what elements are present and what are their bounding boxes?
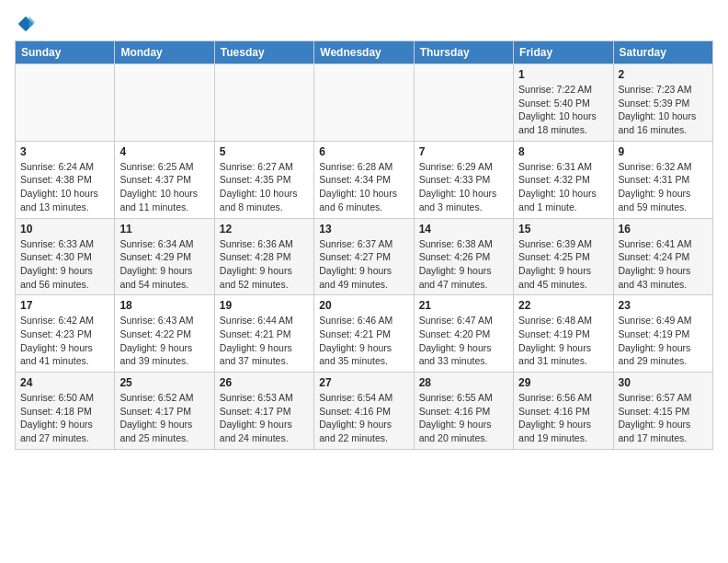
calendar-day-cell: 21Sunrise: 6:47 AM Sunset: 4:20 PM Dayli… (414, 295, 513, 373)
weekday-header-cell: Tuesday (214, 41, 313, 64)
weekday-header-cell: Thursday (414, 41, 513, 64)
day-info: Sunrise: 7:23 AM Sunset: 5:39 PM Dayligh… (619, 83, 708, 137)
day-info: Sunrise: 6:49 AM Sunset: 4:19 PM Dayligh… (619, 314, 708, 368)
day-number: 4 (119, 145, 209, 158)
calendar-day-cell: 2Sunrise: 7:23 AM Sunset: 5:39 PM Daylig… (613, 64, 712, 142)
day-info: Sunrise: 6:56 AM Sunset: 4:16 PM Dayligh… (518, 391, 608, 445)
calendar-day-cell: 18Sunrise: 6:43 AM Sunset: 4:22 PM Dayli… (115, 295, 214, 373)
day-number: 1 (518, 68, 608, 81)
calendar: SundayMondayTuesdayWednesdayThursdayFrid… (15, 40, 713, 450)
svg-marker-1 (28, 17, 35, 29)
calendar-day-cell: 13Sunrise: 6:37 AM Sunset: 4:27 PM Dayli… (314, 218, 414, 295)
day-number: 22 (518, 299, 608, 312)
day-number: 23 (619, 299, 708, 312)
day-info: Sunrise: 6:44 AM Sunset: 4:21 PM Dayligh… (220, 314, 309, 368)
day-info: Sunrise: 6:31 AM Sunset: 4:32 PM Dayligh… (518, 160, 608, 214)
calendar-body: 1Sunrise: 7:22 AM Sunset: 5:40 PM Daylig… (16, 64, 713, 450)
day-number: 17 (20, 299, 109, 312)
weekday-header-cell: Monday (115, 41, 214, 64)
day-info: Sunrise: 6:50 AM Sunset: 4:18 PM Dayligh… (20, 391, 109, 445)
logo-icon (17, 15, 35, 33)
calendar-week-row: 17Sunrise: 6:42 AM Sunset: 4:23 PM Dayli… (16, 295, 713, 373)
day-number: 9 (619, 145, 708, 158)
calendar-day-cell: 19Sunrise: 6:44 AM Sunset: 4:21 PM Dayli… (214, 295, 313, 373)
day-number: 6 (319, 145, 408, 158)
day-info: Sunrise: 6:36 AM Sunset: 4:28 PM Dayligh… (220, 237, 309, 292)
calendar-day-cell: 8Sunrise: 6:31 AM Sunset: 4:32 PM Daylig… (514, 141, 613, 218)
day-number: 28 (419, 376, 508, 389)
day-info: Sunrise: 6:39 AM Sunset: 4:25 PM Dayligh… (518, 237, 608, 292)
weekday-header-cell: Sunday (16, 41, 115, 64)
day-info: Sunrise: 6:34 AM Sunset: 4:29 PM Dayligh… (119, 237, 209, 292)
day-number: 21 (419, 299, 508, 312)
calendar-day-cell: 4Sunrise: 6:25 AM Sunset: 4:37 PM Daylig… (115, 141, 214, 218)
calendar-day-cell: 20Sunrise: 6:46 AM Sunset: 4:21 PM Dayli… (314, 295, 414, 373)
header (15, 15, 713, 33)
day-info: Sunrise: 6:54 AM Sunset: 4:16 PM Dayligh… (319, 391, 408, 445)
day-info: Sunrise: 6:25 AM Sunset: 4:37 PM Dayligh… (119, 160, 209, 214)
day-info: Sunrise: 6:43 AM Sunset: 4:22 PM Dayligh… (119, 314, 209, 368)
day-number: 3 (20, 145, 109, 158)
calendar-day-cell (214, 64, 313, 142)
day-info: Sunrise: 6:52 AM Sunset: 4:17 PM Dayligh… (119, 391, 209, 445)
day-number: 8 (518, 145, 608, 158)
day-info: Sunrise: 6:27 AM Sunset: 4:35 PM Dayligh… (220, 160, 309, 214)
day-number: 18 (119, 299, 209, 312)
weekday-header-cell: Saturday (613, 41, 712, 64)
calendar-day-cell: 9Sunrise: 6:32 AM Sunset: 4:31 PM Daylig… (613, 141, 712, 218)
day-info: Sunrise: 7:22 AM Sunset: 5:40 PM Dayligh… (518, 83, 608, 137)
day-number: 15 (518, 223, 608, 236)
calendar-day-cell: 27Sunrise: 6:54 AM Sunset: 4:16 PM Dayli… (314, 373, 414, 450)
calendar-day-cell: 14Sunrise: 6:38 AM Sunset: 4:26 PM Dayli… (414, 218, 513, 295)
calendar-day-cell: 29Sunrise: 6:56 AM Sunset: 4:16 PM Dayli… (514, 373, 613, 450)
day-number: 29 (518, 376, 608, 389)
day-info: Sunrise: 6:29 AM Sunset: 4:33 PM Dayligh… (419, 160, 508, 214)
calendar-week-row: 24Sunrise: 6:50 AM Sunset: 4:18 PM Dayli… (16, 373, 713, 450)
calendar-day-cell: 16Sunrise: 6:41 AM Sunset: 4:24 PM Dayli… (613, 218, 712, 295)
calendar-day-cell: 28Sunrise: 6:55 AM Sunset: 4:16 PM Dayli… (414, 373, 513, 450)
day-number: 10 (20, 223, 109, 236)
calendar-day-cell: 6Sunrise: 6:28 AM Sunset: 4:34 PM Daylig… (314, 141, 414, 218)
day-info: Sunrise: 6:46 AM Sunset: 4:21 PM Dayligh… (319, 314, 408, 368)
day-number: 12 (220, 223, 309, 236)
calendar-week-row: 3Sunrise: 6:24 AM Sunset: 4:38 PM Daylig… (16, 141, 713, 218)
day-number: 27 (319, 376, 408, 389)
day-info: Sunrise: 6:42 AM Sunset: 4:23 PM Dayligh… (20, 314, 109, 368)
day-number: 25 (119, 376, 209, 389)
day-info: Sunrise: 6:57 AM Sunset: 4:15 PM Dayligh… (619, 391, 708, 445)
day-info: Sunrise: 6:41 AM Sunset: 4:24 PM Dayligh… (619, 237, 708, 292)
calendar-day-cell: 7Sunrise: 6:29 AM Sunset: 4:33 PM Daylig… (414, 141, 513, 218)
calendar-day-cell: 15Sunrise: 6:39 AM Sunset: 4:25 PM Dayli… (514, 218, 613, 295)
day-number: 7 (419, 145, 508, 158)
calendar-day-cell: 1Sunrise: 7:22 AM Sunset: 5:40 PM Daylig… (514, 64, 613, 142)
day-info: Sunrise: 6:48 AM Sunset: 4:19 PM Dayligh… (518, 314, 608, 368)
day-info: Sunrise: 6:28 AM Sunset: 4:34 PM Dayligh… (319, 160, 408, 214)
calendar-day-cell: 24Sunrise: 6:50 AM Sunset: 4:18 PM Dayli… (16, 373, 115, 450)
calendar-day-cell (314, 64, 414, 142)
calendar-day-cell: 22Sunrise: 6:48 AM Sunset: 4:19 PM Dayli… (514, 295, 613, 373)
day-number: 2 (619, 68, 708, 81)
day-number: 26 (220, 376, 309, 389)
calendar-day-cell (414, 64, 513, 142)
day-number: 30 (619, 376, 708, 389)
calendar-week-row: 1Sunrise: 7:22 AM Sunset: 5:40 PM Daylig… (16, 64, 713, 142)
day-number: 5 (220, 145, 309, 158)
calendar-week-row: 10Sunrise: 6:33 AM Sunset: 4:30 PM Dayli… (16, 218, 713, 295)
calendar-day-cell: 23Sunrise: 6:49 AM Sunset: 4:19 PM Dayli… (613, 295, 712, 373)
day-number: 20 (319, 299, 408, 312)
day-info: Sunrise: 6:32 AM Sunset: 4:31 PM Dayligh… (619, 160, 708, 214)
day-number: 14 (419, 223, 508, 236)
calendar-day-cell: 25Sunrise: 6:52 AM Sunset: 4:17 PM Dayli… (115, 373, 214, 450)
day-number: 13 (319, 223, 408, 236)
day-number: 11 (119, 223, 209, 236)
day-info: Sunrise: 6:47 AM Sunset: 4:20 PM Dayligh… (419, 314, 508, 368)
calendar-day-cell (16, 64, 115, 142)
day-info: Sunrise: 6:24 AM Sunset: 4:38 PM Dayligh… (20, 160, 109, 214)
calendar-day-cell: 3Sunrise: 6:24 AM Sunset: 4:38 PM Daylig… (16, 141, 115, 218)
calendar-day-cell: 12Sunrise: 6:36 AM Sunset: 4:28 PM Dayli… (214, 218, 313, 295)
day-info: Sunrise: 6:55 AM Sunset: 4:16 PM Dayligh… (419, 391, 508, 445)
day-number: 19 (220, 299, 309, 312)
calendar-day-cell: 10Sunrise: 6:33 AM Sunset: 4:30 PM Dayli… (16, 218, 115, 295)
day-info: Sunrise: 6:33 AM Sunset: 4:30 PM Dayligh… (20, 237, 109, 292)
calendar-day-cell: 5Sunrise: 6:27 AM Sunset: 4:35 PM Daylig… (214, 141, 313, 218)
